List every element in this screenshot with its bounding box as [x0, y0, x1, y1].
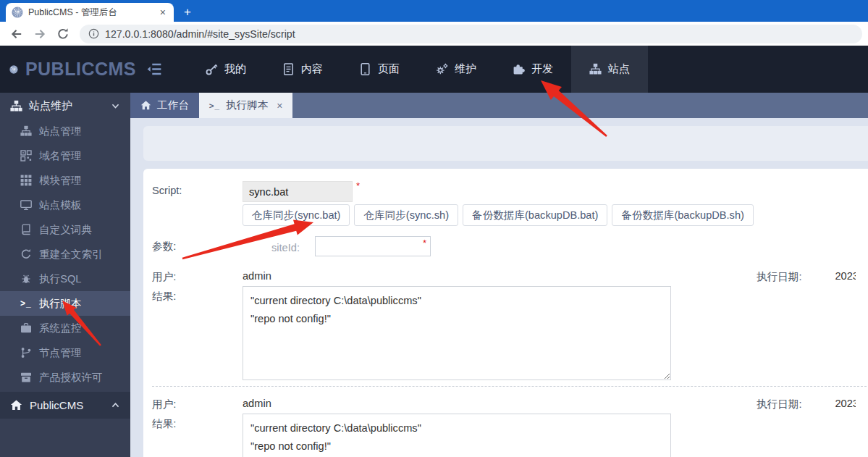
result-label: 结果: [152, 286, 243, 380]
sidebar-item-site-templates[interactable]: 站点模板 [0, 193, 130, 217]
user-label: 用户: [152, 394, 243, 408]
script-button-backupdb-sh[interactable]: 备份数据库(backupDB.sh) [612, 204, 754, 226]
siteid-input-wrap: * [315, 236, 431, 256]
nav-page[interactable]: 页面 [341, 46, 418, 93]
user-row: 用户: admin 执行日期: 2023 [152, 267, 868, 281]
sitemap-icon [10, 100, 22, 112]
browser-tab-title: PublicCMS - 管理后台 [28, 7, 153, 19]
tab-workbench[interactable]: 工作台 [130, 93, 199, 118]
siteid-label: siteId: [271, 236, 312, 256]
sidebar-item-system-monitor[interactable]: 系统监控 [0, 316, 130, 340]
sidebar-section-publiccms[interactable]: PublicCMS [0, 392, 130, 419]
execution-record: 用户: admin 执行日期: 2023 结果: "current direct… [152, 386, 868, 457]
script-buttons-row: 仓库同步(sync.bat) 仓库同步(sync.sh) 备份数据库(backu… [243, 204, 868, 226]
script-row: Script: * [152, 181, 868, 202]
content-area: Script: * 仓库同步(sync.bat) 仓库同步(sync.sh) 备… [130, 118, 868, 457]
user-value: admin [243, 267, 271, 281]
book-icon [20, 224, 32, 235]
brand: PUBLICCMS [0, 46, 136, 93]
browser-tab[interactable]: PublicCMS - 管理后台 × [6, 3, 174, 22]
reload-icon[interactable] [56, 28, 69, 41]
result-row: 结果: "current directory C:\data\publiccms… [152, 286, 868, 380]
execution-record: 用户: admin 执行日期: 2023 结果: "current direct… [152, 267, 868, 380]
user-label: 用户: [152, 267, 243, 281]
result-textarea[interactable]: "current directory C:\data\publiccms" "r… [243, 286, 671, 380]
new-tab-button[interactable]: + [184, 6, 191, 18]
screenshot-root: PublicCMS - 管理后台 × + 127.0.0.1:8080/admi… [0, 0, 868, 457]
outdent-icon [146, 62, 161, 77]
params-row: 参数: siteId: * [152, 236, 868, 256]
address-bar[interactable]: 127.0.0.1:8080/admin/#site_sysSite/scrip… [80, 25, 862, 43]
chevron-up-icon [111, 401, 120, 410]
browser-toolbar: 127.0.0.1:8080/admin/#site_sysSite/scrip… [0, 22, 868, 46]
close-icon[interactable]: × [277, 100, 282, 112]
sidebar: 站点维护 站点管理 域名管理 模块管理 站点模板 自定义词典 重建全文索引 [0, 93, 130, 457]
sidebar-item-domain-management[interactable]: 域名管理 [0, 143, 130, 168]
content-tab-strip: 工作台 >_ 执行脚本 × [130, 93, 868, 118]
chevron-down-icon [111, 101, 120, 111]
script-button-sync-sh[interactable]: 仓库同步(sync.sh) [354, 204, 458, 226]
user-row: 用户: admin 执行日期: 2023 [152, 394, 868, 408]
close-tab-icon[interactable]: × [158, 7, 168, 18]
sidebar-item-module-management[interactable]: 模块管理 [0, 168, 130, 193]
nav-development[interactable]: 开发 [494, 46, 571, 93]
branch-icon [20, 347, 32, 359]
key-icon [206, 63, 218, 75]
params-label: 参数: [152, 236, 243, 256]
grid-icon [20, 175, 32, 186]
result-row: 结果: "current directory C:\data\publiccms… [152, 414, 868, 457]
result-textarea[interactable]: "current directory C:\data\publiccms" "r… [243, 414, 671, 457]
sidebar-item-rebuild-index[interactable]: 重建全文索引 [0, 242, 130, 267]
sidebar-collapse-button[interactable] [136, 46, 172, 93]
home-icon [10, 399, 22, 411]
nav-site[interactable]: 站点 [571, 46, 648, 93]
execution-date: 执行日期: 2023 [757, 267, 856, 284]
qrcode-icon [20, 150, 32, 162]
sidebar-item-product-license[interactable]: 产品授权许可 [0, 365, 130, 390]
briefcase-icon [20, 322, 32, 334]
back-icon[interactable] [10, 28, 23, 41]
sitemap-icon [589, 63, 602, 75]
publiccms-logo-icon [9, 54, 18, 85]
terminal-icon: >_ [20, 298, 32, 309]
script-input-wrap [243, 181, 353, 202]
nav-maintenance[interactable]: 维护 [418, 46, 494, 93]
script-button-backupdb-bat[interactable]: 备份数据库(backupDB.bat) [463, 204, 607, 226]
sitemap-icon [20, 125, 32, 137]
script-form-panel: Script: * 仓库同步(sync.bat) 仓库同步(sync.sh) 备… [143, 169, 868, 457]
date-label: 执行日期: [757, 270, 801, 284]
nav-content[interactable]: 内容 [264, 46, 341, 93]
brand-name: PUBLICCMS [25, 59, 136, 80]
user-value: admin [243, 394, 271, 408]
browser-tab-strip: PublicCMS - 管理后台 × + [0, 0, 868, 22]
bug-icon [20, 273, 32, 285]
sidebar-item-site-management[interactable]: 站点管理 [0, 119, 130, 143]
gears-icon [436, 63, 448, 75]
script-input[interactable] [243, 181, 353, 202]
sidebar-item-execute-script[interactable]: >_ 执行脚本 [0, 291, 130, 316]
publiccms-favicon [12, 7, 23, 18]
terminal-icon: >_ [209, 101, 220, 110]
desktop-icon [20, 199, 32, 211]
date-value: 2023 [835, 270, 856, 284]
site-info-icon[interactable] [88, 28, 99, 39]
top-nav-items: 我的 内容 页面 维护 开发 站点 [187, 46, 648, 93]
sidebar-item-node-management[interactable]: 节点管理 [0, 340, 130, 365]
home-icon [140, 100, 151, 111]
result-label: 结果: [152, 414, 243, 457]
siteid-input[interactable] [315, 236, 431, 256]
sidebar-item-execute-sql[interactable]: 执行SQL [0, 267, 130, 291]
script-button-sync-bat[interactable]: 仓库同步(sync.bat) [243, 204, 350, 226]
forward-icon[interactable] [33, 28, 46, 41]
sidebar-item-custom-dictionary[interactable]: 自定义词典 [0, 217, 130, 242]
toolbar-panel [143, 126, 868, 161]
required-mark: * [356, 181, 360, 202]
box-icon [20, 372, 32, 383]
tablet-icon [359, 63, 371, 75]
refresh-icon [20, 248, 32, 260]
nav-my[interactable]: 我的 [187, 46, 264, 93]
url-text[interactable]: 127.0.0.1:8080/admin/#site_sysSite/scrip… [105, 28, 295, 40]
tab-execute-script[interactable]: >_ 执行脚本 × [199, 93, 293, 118]
sidebar-section-site-maintenance[interactable]: 站点维护 [0, 93, 130, 119]
date-value: 2023 [835, 398, 856, 411]
